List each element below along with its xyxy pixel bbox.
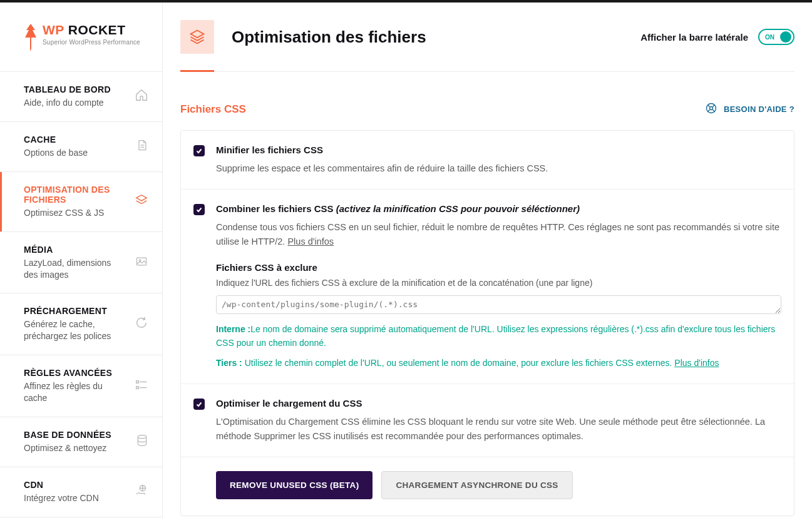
sidebar-item-title: MÉDIA [24,245,127,255]
option-title-note: (activez la minification CSS pour pouvoi… [336,203,580,214]
sidebar: WP ROCKET Superior WordPress Performance… [0,3,163,518]
checkbox-minify[interactable] [193,145,205,156]
sidebar-item-desc: Optimisez & nettoyez [24,442,128,454]
hint-tiers-label: Tiers : [216,358,245,368]
options-panel: Minifier les fichiers CSS Supprime les e… [180,130,794,516]
checkbox-optimize[interactable] [193,399,205,410]
sidebar-item-dashboard[interactable]: TABLEAU DE BORD Aide, info du compte [0,71,162,121]
section-fichiers-css: Fichiers CSS BESOIN D'AIDE ? Minifier le… [180,102,794,516]
section-title: Fichiers CSS [180,103,246,116]
help-icon [705,102,717,116]
option-title: Minifier les fichiers CSS [216,145,781,155]
exclude-title: Fichiers CSS à exclure [216,262,781,273]
exclude-textarea[interactable] [216,295,781,314]
sidebar-item-prechargement[interactable]: PRÉCHARGEMENT Générez le cache, précharg… [0,293,162,355]
database-icon [136,434,148,450]
sidebar-item-desc: Aide, info du compte [24,97,127,109]
svg-line-16 [707,110,709,112]
main-content: Optimisation des fichiers Afficher la ba… [163,3,812,518]
toggle-state: ON [765,34,774,41]
sidebar-toggle-label: Afficher la barre latérale [640,32,748,43]
svg-marker-11 [191,31,204,38]
home-icon [135,88,148,104]
sidebar-item-desc: LazyLoad, dimensions des images [24,257,127,281]
help-link[interactable]: BESOIN D'AIDE ? [705,102,794,116]
sliders-icon [135,378,148,394]
logo-brand-b: ROCKET [64,23,125,37]
option-title: Optimiser le chargement du CSS [216,398,781,409]
hint-internal-text: Le nom de domaine sera supprimé automati… [216,324,775,348]
logo-brand-a: WP [43,23,64,37]
css-load-method-buttons: REMOVE UNUSED CSS (BETA) CHARGEMENT ASYN… [181,457,794,515]
option-desc: Supprime les espace et les commentaires … [216,161,781,175]
svg-point-4 [139,260,141,262]
sidebar-item-title: RÈGLES AVANCÉES [24,368,127,378]
refresh-icon [135,316,148,332]
header-layers-icon [180,20,214,54]
more-info-link[interactable]: Plus d'infos [674,358,719,368]
help-label: BESOIN D'AIDE ? [724,104,794,114]
svg-point-13 [709,107,712,110]
async-css-button[interactable]: CHARGEMENT ASYNCHRONE DU CSS [381,471,572,499]
exclude-block: Fichiers CSS à exclure Indiquez l'URL de… [181,262,794,384]
checkbox-combine[interactable] [193,204,205,215]
sidebar-item-desc: Générez le cache, préchargez les polices [24,318,127,342]
hint-internal-label: Interne : [216,324,250,334]
sidebar-item-title: PRÉCHARGEMENT [24,306,127,316]
sidebar-item-media[interactable]: MÉDIA LazyLoad, dimensions des images [0,231,162,293]
option-title: Combiner les fichiers CSS [216,203,336,214]
sidebar-item-title: BASE DE DONNÉES [24,430,128,440]
svg-rect-5 [136,381,139,383]
exclude-desc: Indiquez l'URL des fichiers CSS à exclur… [216,278,781,288]
logo: WP ROCKET Superior WordPress Performance [0,3,162,71]
svg-rect-7 [136,387,139,389]
svg-marker-2 [136,195,147,201]
document-icon [136,138,148,155]
sidebar-item-desc: Affinez les règles du cache [24,380,127,404]
sidebar-item-title: CACHE [24,135,128,145]
svg-line-14 [707,104,709,106]
sidebar-item-regles-avancees[interactable]: RÈGLES AVANCÉES Affinez les règles du ca… [0,355,162,417]
option-combine-css: Combiner les fichiers CSS (activez la mi… [181,190,794,253]
option-desc: L'Optimisation du Chargement CSS élimine… [216,415,781,443]
remove-unused-css-button[interactable]: REMOVE UNUSED CSS (BETA) [216,471,373,499]
toggle-knob [780,31,791,43]
sidebar-toggle[interactable]: ON [758,29,794,45]
image-icon [135,255,148,270]
sidebar-item-desc: Options de base [24,147,128,159]
sidebar-item-cdn[interactable]: CDN Intégrez votre CDN [0,467,162,517]
page-title: Optimisation des fichiers [232,28,426,47]
svg-line-15 [712,104,714,106]
sidebar-item-title: CDN [24,480,127,490]
sidebar-item-desc: Optimisez CSS & JS [24,207,127,219]
logo-tagline: Superior WordPress Performance [43,39,140,46]
more-info-link[interactable]: Plus d'infos [287,236,334,246]
sidebar-item-bdd[interactable]: BASE DE DONNÉES Optimisez & nettoyez [0,417,162,467]
logo-icon [24,24,38,54]
layers-icon [135,193,148,210]
sidebar-item-title: TABLEAU DE BORD [24,84,127,94]
option-optimize-load-css: Optimiser le chargement du CSS L'Optimis… [181,384,794,457]
sidebar-item-desc: Intégrez votre CDN [24,492,127,504]
page-header: Optimisation des fichiers Afficher la ba… [180,20,794,72]
sidebar-item-optimisation-fichiers[interactable]: OPTIMISATION DES FICHIERS Optimisez CSS … [0,171,162,231]
sidebar-item-title: OPTIMISATION DES FICHIERS [24,185,127,205]
svg-line-17 [712,110,714,112]
svg-point-9 [138,435,146,439]
option-minify-css: Minifier les fichiers CSS Supprime les e… [181,131,794,190]
hint-tiers-text: Utilisez le chemin complet de l'URL, ou … [245,358,675,368]
sidebar-item-cache[interactable]: CACHE Options de base [0,121,162,171]
nav: TABLEAU DE BORD Aide, info du compte CAC… [0,71,162,517]
globe-hand-icon [135,484,148,500]
